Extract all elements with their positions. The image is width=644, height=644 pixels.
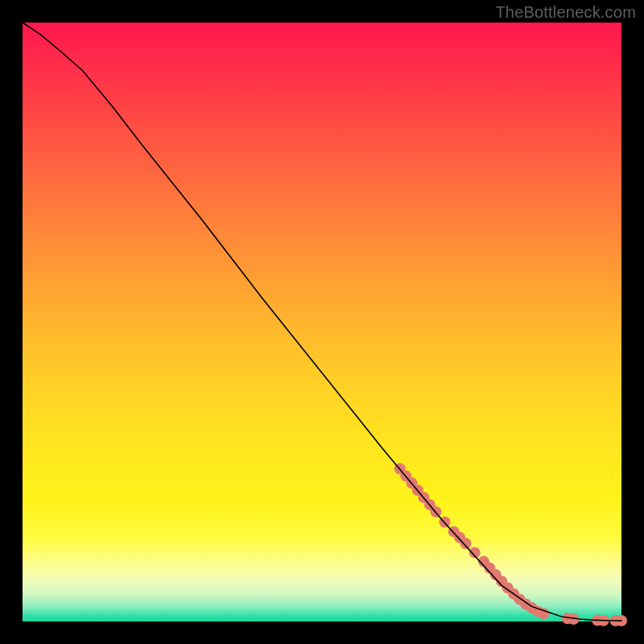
watermark-label: TheBottleneck.com: [495, 3, 636, 22]
curve-line: [23, 23, 621, 621]
chart-plot-area: [23, 23, 621, 621]
highlight-marker: [460, 538, 472, 549]
chart-svg: [23, 23, 621, 621]
marker-group: [394, 463, 627, 626]
